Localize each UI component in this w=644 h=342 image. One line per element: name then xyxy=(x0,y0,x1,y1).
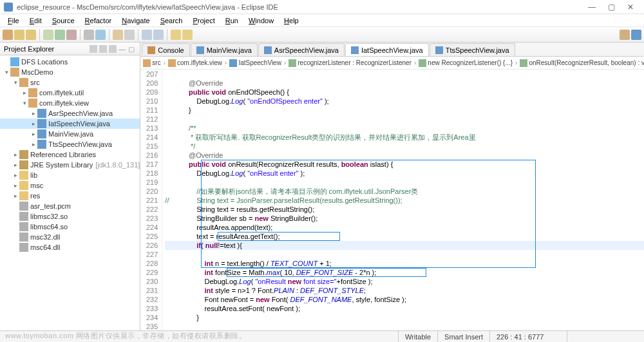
minimize-view-icon[interactable]: — xyxy=(118,45,126,53)
expand-arrow-icon[interactable]: ▸ xyxy=(30,120,37,127)
search-icon[interactable] xyxy=(124,30,135,40)
expand-arrow-icon[interactable]: ▾ xyxy=(3,69,10,75)
tree-node[interactable]: ▸Referenced Libraries xyxy=(0,149,140,160)
editor-tab[interactable]: Console xyxy=(142,43,189,56)
toggle-mark-icon[interactable] xyxy=(142,30,152,40)
menu-source[interactable]: Source xyxy=(47,15,80,26)
breadcrumb[interactable]: src› com.iflytek.view› IatSpeechView› re… xyxy=(140,57,644,70)
new-class-icon[interactable] xyxy=(95,30,106,40)
run-icon[interactable] xyxy=(55,30,65,40)
back-icon[interactable] xyxy=(171,30,181,40)
editor-tab[interactable]: TtsSpeechView.java xyxy=(430,43,515,56)
tree-node[interactable]: ▸AsrSpeechView.java xyxy=(0,108,140,119)
open-type-icon[interactable] xyxy=(113,30,123,40)
file-icon xyxy=(19,202,28,211)
fld-icon xyxy=(19,191,28,200)
tree-node[interactable]: ▸msc xyxy=(0,180,140,191)
menu-project[interactable]: Project xyxy=(188,15,220,26)
breadcrumb-item[interactable]: onResult(RecognizerResult, boolean) : vo… xyxy=(529,59,644,66)
tree-node[interactable]: ▾MscDemo xyxy=(0,67,140,77)
minimize-button[interactable]: — xyxy=(582,3,601,12)
open-perspective-icon[interactable] xyxy=(620,30,630,40)
tree-node[interactable]: asr_test.pcm xyxy=(0,201,140,211)
code-editor[interactable]: 2072082092102112122132142152162172182192… xyxy=(140,70,644,330)
expand-arrow-icon[interactable]: ▸ xyxy=(12,151,19,158)
expand-arrow-icon[interactable]: ▸ xyxy=(12,182,19,189)
jre-icon xyxy=(19,160,28,169)
java-perspective-icon[interactable] xyxy=(631,30,641,40)
tree-node[interactable]: libmsc32.so xyxy=(0,211,140,222)
tree-node[interactable]: ▾com.iflytek.view xyxy=(0,98,140,108)
status-insert-mode: Smart Insert xyxy=(437,331,489,342)
tree-node[interactable]: ▸TtsSpeechView.java xyxy=(0,139,140,149)
expand-arrow-icon[interactable]: ▾ xyxy=(21,100,28,106)
editor-tab[interactable]: AsrSpeechView.java xyxy=(258,43,345,56)
editor-tab[interactable]: IatSpeechView.java xyxy=(345,43,429,56)
tree-node[interactable]: msc64.dll xyxy=(0,242,140,252)
menu-window[interactable]: Window xyxy=(243,15,279,26)
collapse-all-icon[interactable] xyxy=(99,45,107,53)
maximize-view-icon[interactable]: ▢ xyxy=(128,45,136,53)
breadcrumb-icon xyxy=(289,59,296,67)
expand-arrow-icon[interactable]: ▸ xyxy=(21,90,28,96)
tree-node[interactable]: msc32.dll xyxy=(0,232,140,242)
tree-node[interactable]: ▸res xyxy=(0,191,140,201)
tree-node[interactable]: ▸IatSpeechView.java xyxy=(0,119,140,129)
next-annotation-icon[interactable] xyxy=(153,30,164,40)
run-last-icon[interactable] xyxy=(66,30,77,40)
code-content[interactable]: @Override public void onEndOfSpeech() { … xyxy=(162,70,644,330)
editor-tab-bar: ConsoleMainView.javaAsrSpeechView.javaIa… xyxy=(140,43,644,57)
breadcrumb-icon xyxy=(520,59,527,67)
view-menu-icon[interactable] xyxy=(109,45,117,53)
breadcrumb-item[interactable]: src xyxy=(152,59,160,66)
breadcrumb-item[interactable]: new RecognizerListener() {...} xyxy=(428,59,513,66)
line-gutter: 2072082092102112122132142152162172182192… xyxy=(140,70,162,330)
menu-run[interactable]: Run xyxy=(220,15,243,26)
breadcrumb-item[interactable]: IatSpeechView xyxy=(238,59,281,66)
editor-area: ConsoleMainView.javaAsrSpeechView.javaIa… xyxy=(140,43,644,330)
tree-node[interactable]: libmsc64.so xyxy=(0,222,140,232)
tree-label: TtsSpeechView.java xyxy=(48,140,112,148)
expand-arrow-icon[interactable]: ▸ xyxy=(12,162,19,168)
save-icon[interactable] xyxy=(14,30,24,40)
tree-node[interactable]: ▾src xyxy=(0,77,140,88)
editor-tab[interactable]: MainView.java xyxy=(191,43,258,56)
tree-node[interactable]: DFS Locations xyxy=(0,57,140,67)
new-icon[interactable] xyxy=(3,30,13,40)
menu-edit[interactable]: Edit xyxy=(24,15,47,26)
save-all-icon[interactable] xyxy=(26,30,36,40)
forward-icon[interactable] xyxy=(182,30,193,40)
lib-icon xyxy=(19,150,28,159)
maximize-button[interactable]: ▢ xyxy=(601,3,621,12)
tree-node[interactable]: ▸JRE System Library[jdk1.8.0_131] xyxy=(0,160,140,170)
tree-label: IatSpeechView.java xyxy=(48,120,110,128)
menu-search[interactable]: Search xyxy=(155,15,188,26)
tree-label: lib xyxy=(30,171,37,179)
expand-arrow-icon[interactable]: ▸ xyxy=(12,193,19,199)
project-tree[interactable]: DFS Locations▾MscDemo▾src▸com.iflytek.ut… xyxy=(0,55,140,330)
expand-arrow-icon[interactable]: ▸ xyxy=(30,110,37,117)
tree-node[interactable]: ▸lib xyxy=(0,170,140,180)
link-editor-icon[interactable] xyxy=(90,45,97,53)
tree-label: libmsc32.so xyxy=(30,213,68,220)
menu-file[interactable]: File xyxy=(3,15,24,26)
debug-icon[interactable] xyxy=(43,30,53,40)
status-writable: Writable xyxy=(398,331,437,342)
expand-arrow-icon[interactable]: ▸ xyxy=(30,141,37,147)
menu-help[interactable]: Help xyxy=(279,15,304,26)
java-icon xyxy=(37,140,46,149)
expand-arrow-icon[interactable]: ▸ xyxy=(30,131,37,137)
expand-arrow-icon[interactable]: ▸ xyxy=(12,172,19,178)
menu-refactor[interactable]: Refactor xyxy=(80,15,117,26)
expand-arrow-icon[interactable]: ▾ xyxy=(12,79,19,86)
tree-label: AsrSpeechView.java xyxy=(48,109,113,117)
tree-label: com.iflytek.util xyxy=(39,89,84,97)
tree-node[interactable]: ▸MainView.java xyxy=(0,129,140,139)
project-explorer-title: Project Explorer xyxy=(4,45,54,53)
menu-navigate[interactable]: Navigate xyxy=(117,15,155,26)
breadcrumb-item[interactable]: recognizerListener : RecognizerListener xyxy=(298,59,412,66)
breadcrumb-item[interactable]: com.iflytek.view xyxy=(177,59,222,66)
new-package-icon[interactable] xyxy=(84,30,94,40)
tree-node[interactable]: ▸com.iflytek.util xyxy=(0,88,140,98)
close-window-button[interactable]: ✕ xyxy=(621,3,640,12)
